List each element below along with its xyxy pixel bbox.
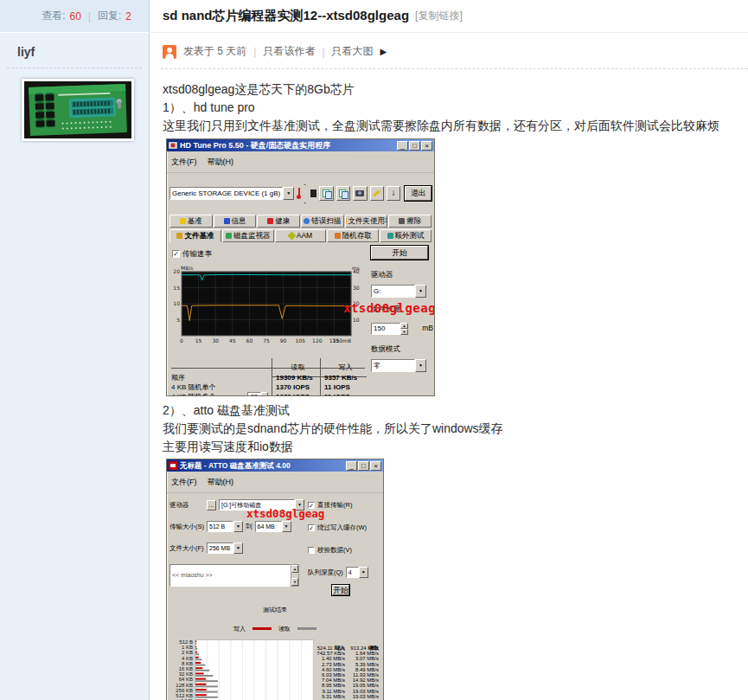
only-author-link[interactable]: 只看该作者 bbox=[263, 44, 315, 59]
scrollbar[interactable]: ▲▼ bbox=[291, 564, 299, 587]
tab-folder-usage[interactable]: 文件夹使用率 bbox=[345, 215, 388, 228]
notes-button[interactable] bbox=[370, 186, 384, 201]
health-cross-icon bbox=[267, 218, 273, 224]
minimize-button[interactable]: _ bbox=[346, 461, 357, 471]
maximize-button[interactable]: □ bbox=[358, 461, 369, 471]
menu-file[interactable]: 文件(F) bbox=[171, 153, 197, 171]
drive-select[interactable]: G:▼ bbox=[371, 285, 426, 298]
start-button[interactable]: 开始 bbox=[371, 246, 428, 260]
author-username[interactable]: liyf bbox=[0, 33, 149, 67]
copy-image-icon bbox=[339, 189, 347, 197]
forum-thread-page: 查看: 60 | 回复: 2 liyf bbox=[0, 0, 748, 700]
verify-data-checkbox[interactable] bbox=[308, 547, 315, 554]
copy-icon bbox=[323, 189, 330, 197]
transfer-rate-chart: MB/sms5101520102030400153045607590105120… bbox=[169, 264, 365, 357]
post-line: 主要用读写速度和io数据 bbox=[163, 438, 748, 456]
tab-extra-tests[interactable]: 额外测试 bbox=[380, 229, 432, 242]
bypass-cache-checkbox[interactable]: ✓ bbox=[308, 524, 315, 531]
minimize-button[interactable]: _ bbox=[397, 141, 408, 151]
chevron-down-icon[interactable]: ▼ bbox=[359, 567, 368, 578]
menu-file[interactable]: 文件(F) bbox=[171, 473, 197, 491]
tab-error-scan[interactable]: 错误扫描 bbox=[301, 215, 344, 228]
tab-random-access[interactable]: 随机存取 bbox=[327, 229, 379, 242]
tab-disk-monitor[interactable]: 磁盘监视器 bbox=[222, 229, 274, 242]
svg-text:30: 30 bbox=[353, 285, 360, 291]
hdtune-menubar: 文件(F) 帮助(H) bbox=[167, 151, 434, 173]
tab-info[interactable]: 信息 bbox=[214, 215, 257, 228]
post-line: 这里我们只用到文件基准测试，全盘测试需要擦除盘内所有数据，还有分区，对后面软件测… bbox=[163, 117, 748, 135]
read-column-header: 读取 bbox=[348, 639, 381, 645]
transfer-rate-checkbox[interactable]: ✓ bbox=[172, 250, 180, 258]
device-select-value: Generic STORAGE DEVICE (1 gB) bbox=[169, 187, 283, 200]
exit-button[interactable]: 退出 bbox=[405, 186, 432, 201]
tab-file-benchmark[interactable]: 文件基准 bbox=[169, 229, 221, 242]
thread-content: sd nand芯片编程器实测12--xtsd08glgeag [复制链接] 发表… bbox=[150, 0, 748, 700]
copy-image-button[interactable] bbox=[336, 186, 350, 201]
svg-text:60: 60 bbox=[246, 337, 253, 344]
scroll-down-icon: ▼ bbox=[291, 578, 298, 586]
data-mode-select[interactable]: 零▼ bbox=[371, 359, 426, 372]
tab-erase[interactable]: 擦除 bbox=[388, 215, 432, 228]
svg-text:120: 120 bbox=[312, 337, 323, 344]
views-count: 60 bbox=[69, 10, 80, 22]
hdtune-window-controls: _ □ × bbox=[397, 141, 432, 151]
file-size-select[interactable]: 256 MB▼ bbox=[207, 543, 243, 554]
chevron-down-icon[interactable]: ▼ bbox=[233, 521, 243, 532]
queue-depth-select[interactable]: 4▼ bbox=[346, 567, 368, 578]
thread-count-spinner[interactable]: 32▲▼ bbox=[247, 392, 268, 396]
svg-text:150mB: 150mB bbox=[333, 337, 351, 344]
drive-label: 驱动器 bbox=[169, 496, 204, 514]
close-button[interactable]: × bbox=[370, 461, 381, 471]
avatar[interactable] bbox=[22, 79, 134, 141]
chevron-down-icon[interactable]: ▼ bbox=[233, 543, 243, 554]
meta-separator: | bbox=[322, 46, 324, 58]
spin-down-icon[interactable]: ▼ bbox=[400, 329, 408, 335]
menu-help[interactable]: 帮助(H) bbox=[208, 473, 234, 491]
stats-header: 读取 写入 bbox=[171, 358, 365, 368]
description-box[interactable]: << miaoshu >> ▲▼ bbox=[169, 564, 299, 587]
tab-aam[interactable]: AAM bbox=[275, 229, 327, 242]
temperature-value: -- bbox=[304, 175, 308, 211]
svg-text:10: 10 bbox=[173, 300, 180, 306]
hdtune-main: ✓ 传输速率 MB/sms510152010203040015304560759… bbox=[167, 242, 434, 396]
chevron-down-icon[interactable]: ▼ bbox=[415, 285, 426, 298]
arrow-right-icon[interactable]: ▶ bbox=[380, 47, 387, 56]
save-button[interactable]: ↓ bbox=[387, 186, 400, 201]
only-images-link[interactable]: 只看大图 bbox=[332, 44, 374, 59]
atto-window-controls: _ □ × bbox=[346, 461, 381, 471]
meta-divider bbox=[161, 68, 748, 69]
chevron-down-icon[interactable]: ▼ bbox=[415, 359, 426, 372]
stats-body: 顺序 19309 KB/s 9357 KB/s 4 KB 随机单个 1370 I… bbox=[171, 368, 365, 396]
atto-window-image[interactable]: 无标题 - ATTO 磁盘基准测试 4.00 _ □ × 文件(F) 帮助(H)… bbox=[166, 459, 384, 700]
close-button[interactable]: × bbox=[421, 141, 432, 151]
results-values: 写入 读取 524.11 KB/s913.24 KB/s742.57 KB/s1… bbox=[314, 639, 381, 700]
transfer-from-select[interactable]: 512 B▼ bbox=[207, 521, 243, 532]
info-icon bbox=[224, 218, 230, 224]
tab-benchmark[interactable]: 基准 bbox=[169, 215, 213, 228]
temperature-icon bbox=[297, 188, 301, 199]
copy-link[interactable]: [复制链接] bbox=[415, 9, 463, 23]
results-plot bbox=[195, 639, 314, 700]
chevron-down-icon[interactable]: ▼ bbox=[283, 187, 294, 200]
file-size-label: 文件大小(F) bbox=[169, 539, 204, 557]
copy-button[interactable] bbox=[319, 186, 333, 201]
bypass-cache-label: 绕过写入缓存(W) bbox=[317, 518, 367, 536]
screenshot-button[interactable] bbox=[353, 186, 367, 201]
file-length-spinner[interactable]: 150 ▲▼ bbox=[371, 323, 420, 335]
write-column-header: 写入 bbox=[314, 639, 348, 645]
spin-up-icon[interactable]: ▲ bbox=[400, 323, 408, 329]
maximize-button[interactable]: □ bbox=[409, 141, 420, 151]
disk-monitor-icon bbox=[226, 233, 232, 239]
tab-health[interactable]: 健康 bbox=[257, 215, 300, 228]
start-button[interactable]: 开始 bbox=[332, 585, 349, 595]
hdtune-window-image[interactable]: HD Tune Pro 5.50 - 硬盘/固态硬盘实用程序 _ □ × 文件(… bbox=[166, 138, 435, 396]
folder-icon bbox=[345, 218, 347, 224]
device-select[interactable]: Generic STORAGE DEVICE (1 gB) ▼ bbox=[169, 187, 294, 200]
browse-button[interactable]: … bbox=[207, 500, 216, 511]
hdtune-right-panel: 开始 驱动器 G:▼ 文件长度 150 ▲▼ mB 数据模式 零▼ bbox=[368, 244, 433, 396]
menu-help[interactable]: 帮助(H) bbox=[208, 153, 234, 171]
hdtune-stats-table: 读取 写入 顺序 19309 KB/s 9357 KB/s 4 bbox=[171, 358, 365, 396]
transfer-rate-label: 传输速率 bbox=[182, 245, 212, 263]
atto-menubar: 文件(F) 帮助(H) bbox=[167, 472, 383, 493]
watermark-text: xtsd08glgeag bbox=[246, 504, 324, 523]
